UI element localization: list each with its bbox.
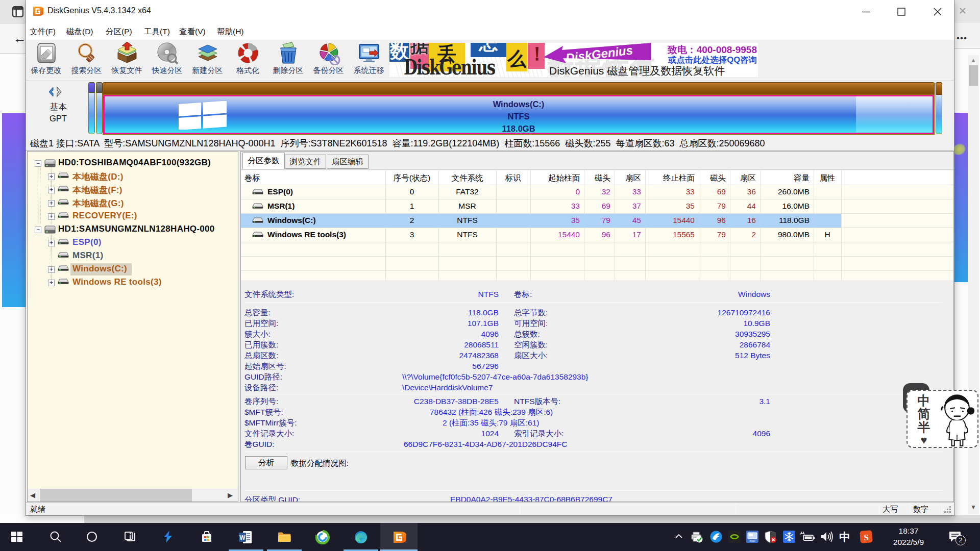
tree-item[interactable]: MSR(1) [28, 249, 238, 263]
scroll-right-icon[interactable]: ▶ [225, 489, 235, 502]
table-row[interactable] [241, 257, 953, 271]
tree-item[interactable]: +ESP(0) [28, 236, 238, 249]
tree-expander-icon[interactable]: + [48, 213, 55, 220]
toolbar-backup-partition-button[interactable]: 备份分区 [308, 41, 349, 79]
toolbar-system-migrate-button[interactable]: 系统迁移 [349, 41, 389, 79]
taskbar-search-button[interactable] [49, 530, 63, 544]
titlebar[interactable]: DiskGenius V5.4.3.1342 x64 [26, 0, 954, 23]
taskbar-app-edge[interactable] [354, 530, 368, 544]
banner-qq-link[interactable]: 或点击此处选择QQ咨询 [660, 55, 757, 66]
table-column-header[interactable]: 扇区 [730, 173, 756, 184]
ad-banner[interactable]: 数据恢复 数 据 丢 怎 么 ！ DiskGenius 致电：400-008-9… [389, 43, 758, 77]
menu-file[interactable]: 文件(F) [30, 27, 56, 37]
scroll-down-icon[interactable]: ▼ [969, 504, 977, 510]
taskbar-app-store[interactable] [200, 530, 214, 544]
menu-view[interactable]: 查看(V) [179, 27, 206, 37]
tray-snowflake-icon[interactable] [782, 530, 796, 544]
analyze-button[interactable]: 分析 [245, 456, 287, 469]
table-column-header[interactable]: 容量 [760, 173, 810, 184]
tray-messenger-icon[interactable] [709, 530, 723, 544]
tree-item[interactable]: +Windows RE tools(3) [28, 276, 238, 289]
scroll-left-icon[interactable]: ◀ [28, 489, 38, 502]
maximize-button[interactable] [897, 7, 906, 16]
table-column-header[interactable]: 文件系统 [438, 173, 496, 184]
taskbar-app-word[interactable]: W [238, 530, 253, 544]
taskbar-app-thunder[interactable] [161, 530, 176, 544]
table-row[interactable]: Windows RE tools(3)3NTFS1544096171556579… [241, 228, 953, 242]
tree-item[interactable]: +Windows(C:) [28, 263, 238, 276]
table-column-header[interactable]: 终止柱面 [645, 173, 695, 184]
tree-expander-icon[interactable]: + [48, 266, 55, 273]
tree-item[interactable]: −HD0:TOSHIBAMQ04ABF100(932GB) [28, 157, 238, 170]
tree-expander-icon[interactable]: + [48, 200, 55, 207]
tree-item[interactable]: +本地磁盘(F:) [28, 183, 238, 196]
tree-item[interactable]: +RECOVERY(E:) [28, 210, 238, 223]
toolbar-quick-partition-button[interactable]: 快速分区 [147, 41, 187, 79]
toolbar-recover-files-button[interactable]: 恢复文件 [107, 41, 147, 79]
tree-expander-icon[interactable]: + [48, 173, 55, 180]
taskbar-app-explorer[interactable] [277, 530, 291, 544]
tree-item[interactable]: +本地磁盘(D:) [28, 170, 238, 183]
toolbar-format-button[interactable]: 格式化 [228, 41, 268, 79]
resize-grip[interactable] [944, 506, 952, 514]
tab-partition-parameters[interactable]: 分区参数 [242, 153, 285, 169]
tree-expander-icon[interactable]: + [48, 187, 55, 193]
menu-tools[interactable]: 工具(T) [144, 27, 170, 37]
table-column-header[interactable]: 磁头 [584, 173, 610, 184]
tab-sector-edit[interactable]: 扇区编辑 [327, 155, 369, 169]
toolbar-new-partition-button[interactable]: 新建分区 [187, 41, 228, 79]
table-column-header[interactable]: 磁头 [699, 173, 726, 184]
start-button[interactable] [10, 530, 24, 544]
toolbar-delete-partition-button[interactable]: 删除分区 [268, 41, 308, 79]
taskbar-clock[interactable]: 18:372022/5/9 [880, 525, 937, 549]
tree-expander-icon[interactable]: − [35, 160, 41, 167]
table-column-header[interactable]: 卷标 [244, 173, 260, 184]
table-column-header[interactable]: 标识 [496, 173, 530, 184]
background-scrollbar-thumb[interactable] [969, 65, 978, 86]
tray-nvidia-icon[interactable] [728, 530, 741, 544]
minimize-button[interactable] [862, 7, 871, 16]
table-row[interactable]: MSR(1)1MSR33693735794416.0MB [241, 199, 953, 214]
tray-security-icon[interactable] [764, 530, 777, 544]
tray-volume-icon[interactable] [819, 530, 834, 544]
tray-chevron-icon[interactable] [674, 532, 685, 541]
table-column-header[interactable]: 序号(状态) [385, 173, 438, 184]
table-row[interactable] [241, 242, 953, 257]
toolbar-search-partition-button[interactable]: 搜索分区 [66, 41, 107, 79]
tray-sogou-icon[interactable]: S [860, 530, 874, 544]
tree-horizontal-scrollbar[interactable]: ◀▶ [28, 489, 238, 502]
tray-printer-icon[interactable] [690, 530, 705, 544]
disk-nav-arrows[interactable] [46, 86, 65, 97]
table-column-header[interactable]: 扇区 [615, 173, 641, 184]
menu-disk[interactable]: 磁盘(D) [66, 27, 93, 37]
tray-intel-graphics-icon[interactable]: intel [746, 530, 759, 544]
table-row[interactable]: ESP(0)0FAT3203233336936260.0MB [241, 185, 953, 199]
table-column-header[interactable]: 属性 [814, 173, 841, 184]
ime-indicator[interactable]: 中 [838, 530, 852, 544]
partition-segment-windows-c[interactable]: Windows(C:) NTFS 118.0GB [103, 95, 934, 134]
taskbar-app-360-browser[interactable] [315, 530, 330, 544]
close-button[interactable] [933, 7, 942, 16]
diskgenius-taskbar-icon[interactable] [392, 530, 406, 544]
scroll-up-icon[interactable]: ▲ [969, 57, 977, 63]
tree-item[interactable]: +本地磁盘(G:) [28, 196, 238, 210]
tree-item[interactable]: −HD1:SAMSUNGMZNLN128HAHQ-000 [28, 223, 238, 236]
cortana-button[interactable] [85, 530, 100, 544]
tree-expander-icon[interactable]: − [35, 227, 41, 233]
partition-segment-re-tools[interactable] [936, 95, 942, 134]
menu-help[interactable]: 帮助(H) [217, 27, 244, 37]
table-row[interactable] [241, 271, 953, 280]
tree-expander-icon[interactable]: + [48, 280, 55, 286]
table-row[interactable]: Windows(C:)2NTFS357945154409616118.0GB [241, 214, 953, 228]
menu-partition[interactable]: 分区(P) [106, 27, 132, 37]
back-arrow-icon[interactable]: ← [13, 32, 27, 45]
more-menu-icon[interactable]: ••• [957, 34, 969, 43]
table-column-header[interactable]: 起始柱面 [530, 173, 580, 184]
tree-expander-icon[interactable]: + [48, 240, 55, 246]
close-icon[interactable]: ✕ [958, 6, 968, 16]
tree-scrollbar-thumb[interactable] [40, 489, 192, 502]
partition-segment-esp[interactable] [88, 82, 95, 134]
tab-browse-files[interactable]: 浏览文件 [285, 155, 326, 169]
task-view-button[interactable] [123, 530, 137, 544]
toolbar-save-button[interactable]: 保存更改 [26, 41, 66, 79]
